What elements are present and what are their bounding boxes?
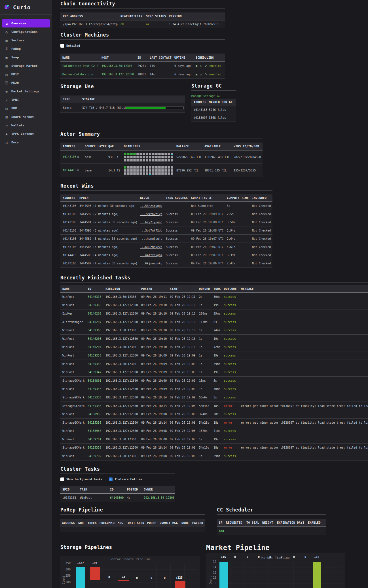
task-id-link[interactable]: 64135336 <box>88 396 105 399</box>
sidebar-item[interactable]: ▤ MK12 <box>2 70 50 78</box>
task-id-link[interactable]: 64135336 <box>88 404 105 407</box>
coalesce-entries-checkbox[interactable]: Coalesce Entries <box>109 477 142 481</box>
task-posted: 09 Feb 26 18:14 <box>141 404 170 407</box>
column-header: OWNER <box>144 488 175 491</box>
actor-wins: 155/1207/5055 <box>234 169 263 172</box>
win-block-link[interactable]: ...6kjswvpykg <box>140 262 166 265</box>
add-button[interactable]: Add <box>219 529 326 532</box>
checkbox-icon[interactable] <box>60 477 64 481</box>
task-executor: 192.168.3.50:12300 <box>105 455 141 458</box>
deadline-cell <box>152 172 155 175</box>
task-id-link[interactable]: 64139356 <box>88 362 105 366</box>
task-id-link[interactable]: 64140207 <box>88 320 105 324</box>
column-header: TYPE <box>63 98 82 101</box>
cluster-task-owner-link[interactable]: 192.168.3.50:12300 <box>144 496 175 499</box>
task-id-link[interactable]: 64139701 <box>88 438 105 441</box>
column-header: ADDRESS <box>63 145 85 148</box>
task-id-link[interactable]: 64138960 <box>88 429 105 432</box>
sidebar-item[interactable]: ◔ Configurations <box>2 28 50 36</box>
deadline-cell <box>149 153 151 155</box>
win-block-link[interactable]: ...7y4thwriyg <box>140 213 166 216</box>
scheduling-control-icons[interactable]: ■ ▷ ⟳ <box>196 64 208 67</box>
task-start: 09 Feb 26 19:10 <box>170 312 199 315</box>
bar-value-label: 0 <box>258 555 260 559</box>
finished-tasks-table: NAMEIDEXECUTORPOSTEDSTARTQUEUEDTOOKOUTCO… <box>60 285 368 460</box>
column-header: LAST CONTACT <box>150 56 174 59</box>
machine-name-link[interactable]: Calibration-Post-C2-2 <box>62 64 101 67</box>
copy-icon[interactable]: ⧉ <box>77 169 79 172</box>
sidebar-item-icon: ▥ <box>5 64 9 68</box>
task-id-link[interactable]: 64139355 <box>88 354 105 357</box>
sidebar-item[interactable]: ❏ Docs <box>2 138 50 147</box>
sidebar-item[interactable]: ◨ Snark Market <box>2 113 50 121</box>
copy-icon[interactable]: ⧉ <box>77 156 79 158</box>
sidebar-item[interactable]: ◍ Market Settings <box>2 87 50 95</box>
checkbox-checked-icon[interactable] <box>109 477 113 481</box>
deadline-cell <box>136 166 139 169</box>
task-id-link[interactable]: 64139347 <box>88 371 105 374</box>
bar-value-label: +4 <box>122 576 125 579</box>
show-background-tasks-checkbox[interactable]: Show background tasks <box>60 477 102 481</box>
cluster-machines-title: Cluster Machines <box>60 32 368 38</box>
task-start: 09 Feb 26 19:08 <box>170 421 199 424</box>
task-queued: 1s <box>199 438 213 441</box>
task-id-link[interactable]: 64139348 <box>88 387 105 390</box>
task-executor: 192.168.3.127:12300 <box>105 379 141 382</box>
bar-value-label: +98 <box>92 561 97 564</box>
actor-address-link[interactable]: t0143103 <box>63 155 76 158</box>
task-id-link[interactable]: 64139365 <box>88 303 105 307</box>
sidebar-item[interactable]: ◫ PDP <box>2 104 50 112</box>
task-outcome: success <box>224 438 241 441</box>
win-block-link[interactable]: ...bzy2iyowno <box>140 221 166 224</box>
win-block-link[interactable]: ...6uuzmdyzya <box>140 245 166 249</box>
task-name: WinPost <box>62 303 88 307</box>
machine-row: Doctor-Calibration 192.168.3.127:12300 2… <box>60 70 225 79</box>
machine-name-link[interactable]: Doctor-Calibration <box>62 73 101 76</box>
task-id-link[interactable]: 64138959 <box>88 413 105 416</box>
task-posted: 09 Feb 26 19:08 <box>141 438 170 441</box>
task-row: StorageGCMark 64135336 192.168.3.127:123… <box>60 402 368 410</box>
win-block-link[interactable]: ...3ot7nt72do <box>140 229 166 232</box>
gc-row: t0143183 5946 files <box>191 106 236 114</box>
task-id-link[interactable]: 64135336 <box>88 421 105 424</box>
task-id-link[interactable]: 64140203 <box>88 337 105 340</box>
task-outcome: success <box>224 295 241 298</box>
sidebar-item[interactable]: ⠿ PoRep <box>2 45 50 53</box>
sidebar-item[interactable]: ▥ Storage Market <box>2 62 50 70</box>
win-block-link[interactable]: ...n4ffzsxghm <box>140 254 166 257</box>
scheduling-control-icons[interactable]: ■ ▷ ⟳ <box>196 73 208 76</box>
task-outcome: error <box>224 404 241 407</box>
checkbox-icon[interactable] <box>60 44 64 48</box>
detailed-checkbox[interactable]: Detailed <box>60 44 80 48</box>
actor-address-link[interactable]: t0144416 <box>63 169 76 172</box>
sidebar-item[interactable]: ⑂ IPNI <box>2 96 50 104</box>
sidebar-item[interactable]: ▦ Sectors <box>2 36 50 44</box>
actor-summary-title: Actor Summary <box>60 131 368 137</box>
deadline-cell <box>168 159 170 162</box>
deadline-cell <box>168 156 170 158</box>
sidebar-item[interactable]: ⌂ Overview <box>2 19 50 27</box>
task-id-link[interactable]: 64140204 <box>88 345 105 349</box>
sidebar-item[interactable]: ☰ MK20 <box>2 79 50 87</box>
task-id-link[interactable]: 64135336 <box>88 446 105 449</box>
sidebar-item[interactable]: ▣ Snap <box>2 53 50 61</box>
column-header: REQUESTED <box>226 521 246 524</box>
task-id-link[interactable]: 64139801 <box>88 379 105 382</box>
sidebar-item[interactable]: ▱ Wallets <box>2 121 50 130</box>
task-id-link[interactable]: 64140205 <box>88 312 105 315</box>
task-id-link[interactable]: 64140310 <box>88 295 105 298</box>
task-queued: 1s <box>199 387 213 390</box>
manage-storage-gc-link[interactable]: Manage Storage GC <box>191 94 236 97</box>
win-block-link[interactable]: ...53nzsrugqw <box>140 204 166 207</box>
column-header: REACHABILITY <box>120 15 146 18</box>
bar-value-label: 0 <box>293 555 295 559</box>
deadline-cell <box>143 172 145 175</box>
cluster-task-id-link[interactable]: 64140309 <box>110 496 127 499</box>
win-block-link[interactable]: ...thpmqlsuju <box>140 237 166 240</box>
sidebar-item[interactable]: ◈ IPFS Content <box>2 130 50 138</box>
divider <box>60 474 175 474</box>
divider <box>60 8 225 9</box>
task-id-link[interactable]: 64139702 <box>88 455 105 458</box>
win-address: t0143103 <box>63 245 79 249</box>
task-id-link[interactable]: 64139366 <box>88 329 105 332</box>
